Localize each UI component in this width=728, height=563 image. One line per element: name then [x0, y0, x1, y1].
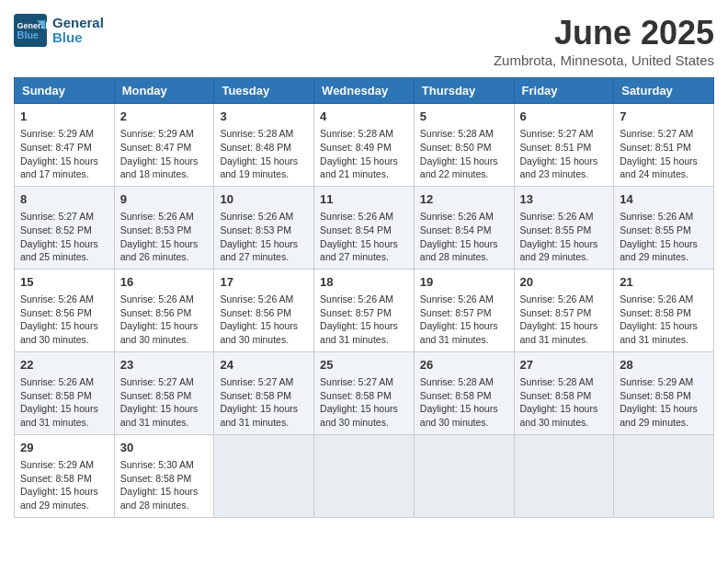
table-row: 16Sunrise: 5:26 AMSunset: 8:56 PMDayligh… [114, 269, 214, 351]
day-number: 23 [120, 357, 209, 373]
day-number: 24 [220, 357, 308, 373]
day-number: 1 [20, 109, 108, 125]
day-number: 22 [20, 357, 108, 373]
calendar-table: Sunday Monday Tuesday Wednesday Thursday… [14, 77, 714, 518]
table-row: 26Sunrise: 5:28 AMSunset: 8:58 PMDayligh… [414, 351, 514, 434]
table-row [414, 434, 514, 517]
daylight-hours-label: Daylight: 15 hours [620, 403, 698, 414]
table-row: 4Sunrise: 5:28 AMSunset: 8:49 PMDaylight… [314, 104, 415, 187]
day-number: 15 [20, 274, 108, 291]
daylight-hours-label: Daylight: 15 hours [620, 238, 698, 249]
month-title: June 2025 [494, 14, 714, 52]
location: Zumbrota, Minnesota, United States [494, 52, 714, 68]
daylight-hours-label: Daylight: 15 hours [320, 320, 398, 331]
day-number: 27 [520, 357, 609, 373]
daylight-hours-label: Daylight: 15 hours [220, 320, 298, 331]
table-row: 1Sunrise: 5:29 AMSunset: 8:47 PMDaylight… [15, 104, 115, 187]
day-number: 3 [220, 109, 308, 125]
daylight-hours-label: Daylight: 15 hours [120, 155, 199, 167]
daylight-hours-label: Daylight: 15 hours [320, 403, 398, 414]
day-number: 25 [320, 357, 408, 373]
logo-icon: General Blue [14, 14, 47, 47]
col-saturday: Saturday [614, 78, 714, 104]
table-row: 19Sunrise: 5:26 AMSunset: 8:57 PMDayligh… [414, 269, 514, 351]
col-monday: Monday [114, 78, 214, 104]
daylight-hours-label: Daylight: 15 hours [120, 238, 199, 249]
day-number: 10 [220, 191, 308, 208]
daylight-hours-label: Daylight: 15 hours [20, 320, 98, 331]
daylight-hours-label: Daylight: 15 hours [520, 238, 598, 249]
table-row: 25Sunrise: 5:27 AMSunset: 8:58 PMDayligh… [314, 351, 415, 434]
table-row: 12Sunrise: 5:26 AMSunset: 8:54 PMDayligh… [414, 186, 514, 269]
day-number: 6 [520, 109, 609, 125]
day-number: 26 [420, 357, 508, 373]
day-number: 20 [520, 274, 609, 291]
table-row: 21Sunrise: 5:26 AMSunset: 8:58 PMDayligh… [614, 269, 714, 351]
table-row: 20Sunrise: 5:26 AMSunset: 8:57 PMDayligh… [514, 269, 614, 351]
table-row: 8Sunrise: 5:27 AMSunset: 8:52 PMDaylight… [15, 186, 115, 269]
daylight-hours-label: Daylight: 15 hours [320, 238, 398, 249]
table-row: 14Sunrise: 5:26 AMSunset: 8:55 PMDayligh… [614, 186, 714, 269]
day-number: 18 [320, 274, 408, 291]
day-number: 8 [20, 191, 108, 208]
daylight-hours-label: Daylight: 15 hours [20, 238, 98, 249]
daylight-hours-label: Daylight: 15 hours [320, 155, 398, 167]
day-number: 13 [520, 191, 609, 208]
day-number: 21 [620, 274, 708, 291]
table-row: 2Sunrise: 5:29 AMSunset: 8:47 PMDaylight… [114, 104, 214, 187]
day-number: 19 [420, 274, 508, 291]
daylight-hours-label: Daylight: 15 hours [20, 486, 98, 497]
daylight-hours-label: Daylight: 15 hours [520, 403, 598, 414]
day-number: 2 [120, 109, 209, 125]
table-row: 22Sunrise: 5:26 AMSunset: 8:58 PMDayligh… [15, 351, 115, 434]
daylight-hours-label: Daylight: 15 hours [120, 486, 199, 497]
logo-text: General Blue [52, 16, 104, 46]
day-number: 7 [620, 109, 708, 125]
daylight-hours-label: Daylight: 15 hours [420, 238, 498, 249]
table-row: 29Sunrise: 5:29 AMSunset: 8:58 PMDayligh… [15, 434, 115, 517]
page-header: General Blue General Blue June 2025 Zumb… [14, 14, 714, 68]
daylight-hours-label: Daylight: 15 hours [20, 403, 98, 414]
col-tuesday: Tuesday [214, 78, 314, 104]
table-row: 6Sunrise: 5:27 AMSunset: 8:51 PMDaylight… [514, 104, 614, 187]
title-block: June 2025 Zumbrota, Minnesota, United St… [494, 14, 714, 68]
daylight-hours-label: Daylight: 15 hours [220, 403, 298, 414]
table-row: 18Sunrise: 5:26 AMSunset: 8:57 PMDayligh… [314, 269, 415, 351]
daylight-hours-label: Daylight: 15 hours [120, 320, 199, 331]
calendar-header-row: Sunday Monday Tuesday Wednesday Thursday… [15, 78, 714, 104]
table-row: 28Sunrise: 5:29 AMSunset: 8:58 PMDayligh… [614, 351, 714, 434]
day-number: 29 [20, 440, 108, 456]
table-row: 23Sunrise: 5:27 AMSunset: 8:58 PMDayligh… [114, 351, 214, 434]
day-number: 14 [620, 191, 708, 208]
col-thursday: Thursday [414, 78, 514, 104]
table-row: 11Sunrise: 5:26 AMSunset: 8:54 PMDayligh… [314, 186, 415, 269]
table-row [614, 434, 714, 517]
day-number: 9 [120, 191, 209, 208]
col-sunday: Sunday [15, 78, 115, 104]
daylight-hours-label: Daylight: 15 hours [20, 155, 98, 167]
table-row: 24Sunrise: 5:27 AMSunset: 8:58 PMDayligh… [214, 351, 314, 434]
daylight-hours-label: Daylight: 15 hours [220, 155, 298, 167]
table-row: 13Sunrise: 5:26 AMSunset: 8:55 PMDayligh… [514, 186, 614, 269]
table-row [214, 434, 314, 517]
daylight-hours-label: Daylight: 15 hours [620, 155, 698, 167]
day-number: 11 [320, 191, 408, 208]
daylight-hours-label: Daylight: 15 hours [120, 403, 199, 414]
table-row: 30Sunrise: 5:30 AMSunset: 8:58 PMDayligh… [114, 434, 214, 517]
table-row [314, 434, 415, 517]
day-number: 12 [420, 191, 508, 208]
day-number: 4 [320, 109, 408, 125]
daylight-hours-label: Daylight: 15 hours [520, 320, 598, 331]
table-row: 15Sunrise: 5:26 AMSunset: 8:56 PMDayligh… [15, 269, 115, 351]
table-row [514, 434, 614, 517]
daylight-hours-label: Daylight: 15 hours [420, 320, 498, 331]
table-row: 3Sunrise: 5:28 AMSunset: 8:48 PMDaylight… [214, 104, 314, 187]
table-row: 10Sunrise: 5:26 AMSunset: 8:53 PMDayligh… [214, 186, 314, 269]
daylight-hours-label: Daylight: 15 hours [420, 155, 498, 167]
table-row: 5Sunrise: 5:28 AMSunset: 8:50 PMDaylight… [414, 104, 514, 187]
col-friday: Friday [514, 78, 614, 104]
svg-text:Blue: Blue [17, 29, 39, 40]
daylight-hours-label: Daylight: 15 hours [520, 155, 598, 167]
daylight-hours-label: Daylight: 15 hours [620, 320, 698, 331]
table-row: 27Sunrise: 5:28 AMSunset: 8:58 PMDayligh… [514, 351, 614, 434]
